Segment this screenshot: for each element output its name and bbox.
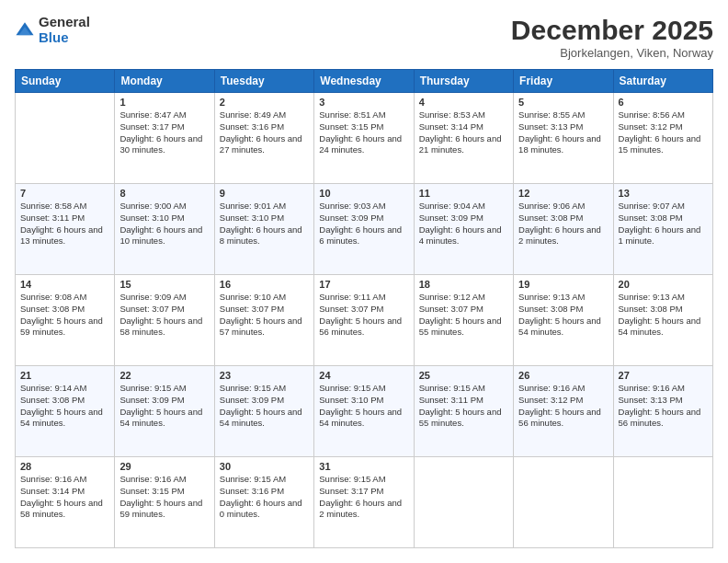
day-number: 6	[619, 97, 708, 108]
calendar-cell: 18Sunrise: 9:12 AMSunset: 3:07 PMDayligh…	[414, 275, 513, 366]
day-number: 27	[619, 370, 708, 381]
calendar-table: SundayMondayTuesdayWednesdayThursdayFrid…	[15, 69, 713, 548]
day-info: Sunrise: 9:16 AMSunset: 3:14 PMDaylight:…	[20, 474, 109, 521]
day-number: 11	[419, 188, 508, 199]
calendar-cell: 27Sunrise: 9:16 AMSunset: 3:13 PMDayligh…	[613, 366, 712, 457]
calendar-cell: 15Sunrise: 9:09 AMSunset: 3:07 PMDayligh…	[115, 275, 214, 366]
day-info: Sunrise: 9:16 AMSunset: 3:12 PMDaylight:…	[518, 383, 608, 430]
day-number: 29	[119, 461, 209, 472]
day-info: Sunrise: 9:08 AMSunset: 3:08 PMDaylight:…	[20, 292, 109, 339]
calendar-cell: 1Sunrise: 8:47 AMSunset: 3:17 PMDaylight…	[115, 93, 214, 184]
day-info: Sunrise: 9:04 AMSunset: 3:09 PMDaylight:…	[419, 201, 508, 247]
calendar-cell: 11Sunrise: 9:04 AMSunset: 3:09 PMDayligh…	[414, 184, 513, 275]
day-number: 14	[20, 279, 109, 290]
day-number: 23	[220, 370, 309, 381]
day-number: 17	[319, 279, 408, 290]
day-info: Sunrise: 8:49 AMSunset: 3:16 PMDaylight:…	[220, 109, 309, 156]
calendar-cell: 24Sunrise: 9:15 AMSunset: 3:10 PMDayligh…	[314, 366, 414, 457]
day-number: 2	[220, 97, 309, 108]
day-info: Sunrise: 9:16 AMSunset: 3:15 PMDaylight:…	[119, 474, 209, 521]
calendar-cell: 7Sunrise: 8:58 AMSunset: 3:11 PMDaylight…	[16, 184, 115, 275]
calendar-week-4: 21Sunrise: 9:14 AMSunset: 3:08 PMDayligh…	[16, 366, 713, 457]
day-info: Sunrise: 8:56 AMSunset: 3:12 PMDaylight:…	[619, 109, 708, 156]
calendar-cell: 10Sunrise: 9:03 AMSunset: 3:09 PMDayligh…	[314, 184, 414, 275]
calendar-cell	[16, 93, 115, 184]
calendar-cell: 9Sunrise: 9:01 AMSunset: 3:10 PMDaylight…	[214, 184, 313, 275]
day-number: 4	[419, 97, 508, 108]
calendar-cell: 14Sunrise: 9:08 AMSunset: 3:08 PMDayligh…	[16, 275, 115, 366]
day-number: 21	[20, 370, 109, 381]
day-info: Sunrise: 8:53 AMSunset: 3:14 PMDaylight:…	[419, 109, 508, 156]
title-section: December 2025 Bjorkelangen, Viken, Norwa…	[511, 15, 713, 60]
calendar-header-tuesday: Tuesday	[214, 70, 313, 93]
calendar-header-sunday: Sunday	[16, 70, 115, 93]
calendar-cell	[514, 457, 613, 548]
day-number: 1	[119, 97, 209, 108]
calendar-header-wednesday: Wednesday	[314, 70, 414, 93]
day-info: Sunrise: 9:15 AMSunset: 3:11 PMDaylight:…	[419, 383, 508, 430]
day-info: Sunrise: 9:09 AMSunset: 3:07 PMDaylight:…	[119, 292, 209, 339]
day-number: 26	[518, 370, 608, 381]
day-number: 3	[319, 97, 408, 108]
day-number: 19	[518, 279, 608, 290]
calendar-header-thursday: Thursday	[414, 70, 513, 93]
calendar-cell: 6Sunrise: 8:56 AMSunset: 3:12 PMDaylight…	[613, 93, 712, 184]
logo-text: General Blue	[39, 15, 90, 45]
day-info: Sunrise: 8:47 AMSunset: 3:17 PMDaylight:…	[119, 109, 209, 156]
calendar-header-friday: Friday	[514, 70, 613, 93]
calendar-cell: 13Sunrise: 9:07 AMSunset: 3:08 PMDayligh…	[613, 184, 712, 275]
day-number: 5	[518, 97, 608, 108]
calendar-header-monday: Monday	[115, 70, 214, 93]
month-title: December 2025	[511, 15, 713, 46]
day-info: Sunrise: 8:51 AMSunset: 3:15 PMDaylight:…	[319, 109, 408, 156]
day-info: Sunrise: 9:15 AMSunset: 3:09 PMDaylight:…	[119, 383, 209, 430]
day-number: 20	[619, 279, 708, 290]
day-info: Sunrise: 9:03 AMSunset: 3:09 PMDaylight:…	[319, 201, 408, 247]
calendar-cell: 23Sunrise: 9:15 AMSunset: 3:09 PMDayligh…	[214, 366, 313, 457]
day-number: 13	[619, 188, 708, 199]
calendar-cell: 5Sunrise: 8:55 AMSunset: 3:13 PMDaylight…	[514, 93, 613, 184]
day-number: 15	[119, 279, 209, 290]
day-info: Sunrise: 9:13 AMSunset: 3:08 PMDaylight:…	[619, 292, 708, 339]
day-info: Sunrise: 9:16 AMSunset: 3:13 PMDaylight:…	[619, 383, 708, 430]
calendar-cell	[414, 457, 513, 548]
day-info: Sunrise: 9:00 AMSunset: 3:10 PMDaylight:…	[119, 201, 209, 247]
day-info: Sunrise: 9:07 AMSunset: 3:08 PMDaylight:…	[619, 201, 708, 247]
calendar-cell: 19Sunrise: 9:13 AMSunset: 3:08 PMDayligh…	[514, 275, 613, 366]
day-number: 25	[419, 370, 508, 381]
day-info: Sunrise: 9:15 AMSunset: 3:16 PMDaylight:…	[220, 474, 309, 521]
logo-blue: Blue	[39, 30, 90, 46]
calendar-cell: 16Sunrise: 9:10 AMSunset: 3:07 PMDayligh…	[214, 275, 313, 366]
day-number: 30	[220, 461, 309, 472]
calendar-cell: 2Sunrise: 8:49 AMSunset: 3:16 PMDaylight…	[214, 93, 313, 184]
day-number: 12	[518, 188, 608, 199]
day-info: Sunrise: 9:15 AMSunset: 3:17 PMDaylight:…	[319, 474, 408, 521]
day-number: 24	[319, 370, 408, 381]
calendar-week-2: 7Sunrise: 8:58 AMSunset: 3:11 PMDaylight…	[16, 184, 713, 275]
calendar-header-row: SundayMondayTuesdayWednesdayThursdayFrid…	[16, 70, 713, 93]
day-number: 31	[319, 461, 408, 472]
calendar-cell: 26Sunrise: 9:16 AMSunset: 3:12 PMDayligh…	[514, 366, 613, 457]
calendar-cell: 28Sunrise: 9:16 AMSunset: 3:14 PMDayligh…	[16, 457, 115, 548]
day-number: 28	[20, 461, 109, 472]
day-info: Sunrise: 9:12 AMSunset: 3:07 PMDaylight:…	[419, 292, 508, 339]
day-info: Sunrise: 9:14 AMSunset: 3:08 PMDaylight:…	[20, 383, 109, 430]
calendar-cell: 29Sunrise: 9:16 AMSunset: 3:15 PMDayligh…	[115, 457, 214, 548]
day-number: 9	[220, 188, 309, 199]
calendar-week-3: 14Sunrise: 9:08 AMSunset: 3:08 PMDayligh…	[16, 275, 713, 366]
day-info: Sunrise: 9:06 AMSunset: 3:08 PMDaylight:…	[518, 201, 608, 247]
day-number: 16	[220, 279, 309, 290]
calendar-cell: 25Sunrise: 9:15 AMSunset: 3:11 PMDayligh…	[414, 366, 513, 457]
header: General Blue December 2025 Bjorkelangen,…	[15, 15, 713, 60]
calendar-cell: 3Sunrise: 8:51 AMSunset: 3:15 PMDaylight…	[314, 93, 414, 184]
day-info: Sunrise: 9:10 AMSunset: 3:07 PMDaylight:…	[220, 292, 309, 339]
day-number: 22	[119, 370, 209, 381]
day-info: Sunrise: 8:55 AMSunset: 3:13 PMDaylight:…	[518, 109, 608, 156]
calendar-cell: 8Sunrise: 9:00 AMSunset: 3:10 PMDaylight…	[115, 184, 214, 275]
calendar-cell: 4Sunrise: 8:53 AMSunset: 3:14 PMDaylight…	[414, 93, 513, 184]
logo: General Blue	[15, 15, 90, 45]
calendar-header-saturday: Saturday	[613, 70, 712, 93]
logo-general: General	[39, 15, 90, 30]
logo-icon	[15, 20, 35, 40]
day-info: Sunrise: 9:11 AMSunset: 3:07 PMDaylight:…	[319, 292, 408, 339]
